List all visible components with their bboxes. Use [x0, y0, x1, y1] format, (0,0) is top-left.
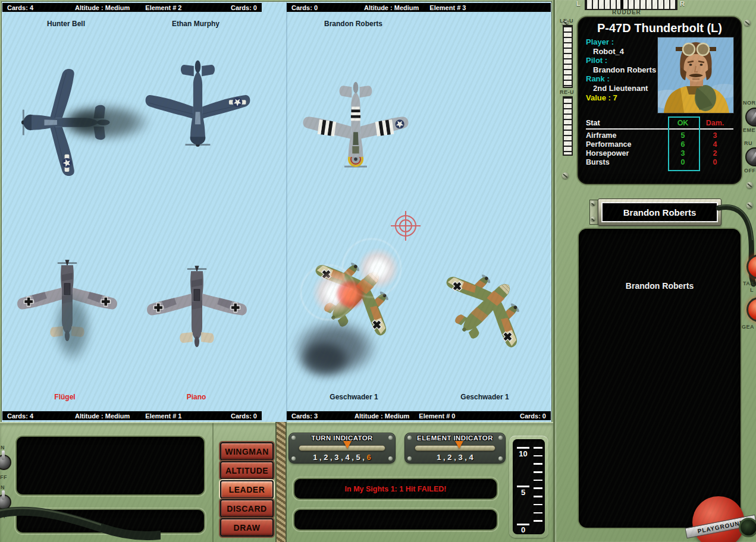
target-crosshair-icon [390, 210, 422, 242]
selected-target-nameplate[interactable]: Brandon Roberts [598, 198, 722, 226]
combat-message: In My Sights 1: 1 Hit FAILED! [345, 485, 447, 493]
pilot-value: Brandon Roberts [586, 65, 656, 74]
element-number: 2 [447, 453, 458, 462]
smoke-effect [66, 110, 108, 134]
secondary-display [17, 510, 204, 532]
side-label-tail-l: L [750, 287, 754, 293]
cockpit-right-panel: L R RUDDER LE-U RE-U P-47D Thunderbolt (… [553, 0, 756, 542]
turn-numbers: 1 2 3 4 5 6 [289, 453, 395, 462]
stat-table-header: Stat OK Dam. [586, 119, 733, 128]
red-indicator-light [746, 254, 756, 279]
altitude-gauge-scale: 10 5 0 [513, 439, 545, 534]
status-bar-top-right: Cards: 0 Altitude : Medium Element # 3 [287, 3, 551, 12]
screw [591, 216, 595, 221]
cards-count: Cards: 3 [291, 412, 318, 420]
rivet [498, 436, 503, 440]
nameplate-text: Brandon Roberts [601, 202, 718, 222]
rudder-label: RUDDER [612, 9, 641, 15]
smoke-effect [299, 341, 350, 377]
pilot-label-flugel: Flügel [23, 393, 106, 401]
target-list-panel[interactable]: Brandon Roberts [579, 229, 741, 528]
value-label: Value : 7 [586, 93, 617, 102]
turn-number: 5 [356, 453, 367, 462]
altitude-status: Altitude : Medium [75, 412, 130, 420]
stat-row-bursts: Bursts 0 0 [586, 158, 733, 167]
altitude-status: Altitude : Medium [364, 4, 419, 11]
rivet [291, 436, 296, 440]
cards-count: Cards: 4 [7, 4, 33, 11]
screw [562, 172, 569, 179]
switch-on-label: N [1, 445, 5, 450]
turn-indicator: TURN INDICATOR 1 2 3 4 5 6 [288, 433, 396, 464]
aircraft-ethan-murphy[interactable] [140, 54, 256, 150]
altitude-tick-label: 5 [517, 488, 529, 497]
discard-button[interactable]: DISCARD [220, 499, 274, 518]
aircraft-brandon-roberts-p47[interactable] [299, 74, 412, 173]
element-indicator-pointer[interactable] [455, 441, 463, 449]
logo-knob [739, 518, 756, 537]
rudder-right-label: R [680, 0, 685, 7]
trim-gauge-label: LE-U [560, 18, 573, 24]
selector-knob[interactable] [745, 147, 756, 166]
stat-dam: 4 [697, 140, 733, 149]
stat-table: Stat OK Dam. Airframe 5 3 Performance 6 … [586, 119, 733, 167]
switch-off-label: FF [0, 513, 7, 519]
unit-label-geschwader-2: Geschwader 1 [443, 393, 526, 401]
side-label-eme: EME [743, 127, 755, 133]
target-list-item[interactable]: Brandon Roberts [579, 281, 741, 291]
unit-label-geschwader-1: Geschwader 1 [312, 393, 396, 401]
wingman-button[interactable]: WINGMAN [220, 442, 274, 461]
rudder-marker [620, 0, 623, 9]
cards-count: Cards: 0 [231, 4, 257, 11]
turn-number: 3 [334, 453, 345, 462]
altitude-status: Altitude : Medium [75, 4, 130, 11]
side-label-ru: RU [744, 140, 752, 146]
pilot-label-piano: Piano [155, 393, 238, 401]
element-numbers: 1 2 3 4 [405, 453, 505, 462]
aircraft-title: P-47D Thunderbolt (L) [579, 21, 741, 35]
stat-ok: 5 [669, 131, 697, 140]
zone-divider [286, 2, 287, 423]
status-bar-top-left: Cards: 4 Altitude : Medium Element # 2 C… [2, 3, 262, 12]
cards-count: Cards: 0 [291, 4, 318, 11]
altitude-gauge: 10 5 0 [509, 436, 548, 538]
stat-ok: 6 [669, 140, 697, 149]
screw [591, 201, 595, 206]
status-bar-bottom-right: Cards: 3 Altitude : Medium Element # 0 C… [287, 411, 551, 420]
card-hand-display [17, 437, 204, 494]
turn-number: 1 [313, 453, 324, 462]
element-number: 4 [469, 453, 473, 462]
leader-button[interactable]: LEADER [220, 480, 274, 499]
element-indicator: ELEMENT INDICATOR 1 2 3 4 [404, 433, 506, 464]
side-label-nor: NOR [743, 100, 756, 106]
pilot-label-hunter-bell: Hunter Bell [24, 20, 108, 28]
selector-knob[interactable] [745, 108, 756, 127]
turn-number: 2 [324, 453, 334, 462]
screw [746, 202, 753, 209]
pilot-label-ethan-murphy: Ethan Murphy [154, 20, 237, 28]
smoke-effect [54, 292, 91, 362]
side-label-tail: TAIL- [743, 281, 756, 286]
turn-indicator-track [299, 445, 385, 451]
aircraft-geschwader-bomber-2[interactable] [424, 248, 545, 370]
aircraft-info-card: P-47D Thunderbolt (L) Player : Robot_4 P… [578, 17, 742, 184]
switch-on-label: N [1, 484, 5, 490]
element-number: Element # 2 [145, 4, 181, 11]
major-tick [517, 447, 529, 449]
rope-strap [275, 422, 287, 542]
aircraft-piano[interactable] [143, 250, 250, 370]
stat-name: Performance [586, 140, 669, 149]
secondary-message-display [294, 510, 497, 530]
side-label-gea: GEA [742, 324, 754, 330]
rudder-left-label: L [576, 0, 581, 7]
element-number: 1 [437, 453, 447, 462]
stat-header: Stat [586, 119, 669, 128]
draw-button[interactable]: DRAW [220, 518, 274, 537]
altitude-button[interactable]: ALTITUDE [220, 461, 274, 480]
stat-dam: 2 [697, 149, 733, 158]
element-number: Element # 0 [419, 412, 455, 420]
explosion-flash [357, 248, 399, 289]
turn-indicator-pointer[interactable] [343, 441, 352, 449]
stat-dam: 0 [697, 158, 733, 167]
player-value: Robot_4 [586, 47, 624, 56]
